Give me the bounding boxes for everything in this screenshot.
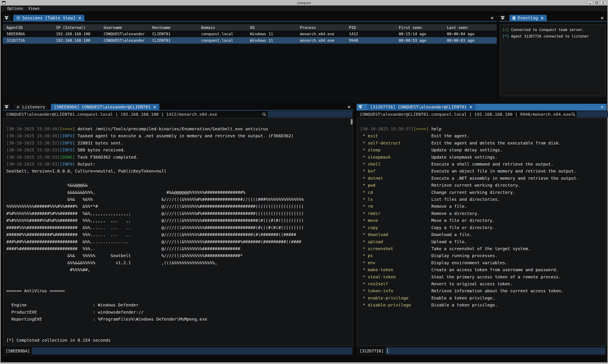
prompt-agent-id: [312D7726] <box>360 349 384 353</box>
command-input[interactable] <box>32 347 352 354</box>
terminal-line: &%& %%%%% Seatbelt %////(((&%%%%%%%%####… <box>6 252 350 259</box>
session-cell: CLIENT01 <box>149 31 197 37</box>
clipboard-icon <box>512 16 515 20</box>
close-panel-icon[interactable]: × <box>597 104 607 110</box>
close-tab-icon[interactable]: × <box>153 105 156 109</box>
signal-icon <box>16 105 20 109</box>
session-cell: conquest.local <box>197 37 246 44</box>
terminal-line: * pwdRetrieve current working directory. <box>360 182 603 189</box>
terminal-line: * copyCopy a file or directory. <box>360 224 603 231</box>
menu-item-options[interactable]: Options <box>5 6 26 11</box>
terminal-line: #%#%%%%%%#####%%#%#%%####### %%%,,,,,, ,… <box>6 217 350 224</box>
session-cell: CLIENT01 <box>149 37 197 44</box>
close-tab-icon[interactable]: × <box>78 16 81 20</box>
column-header[interactable]: PID <box>345 24 395 31</box>
maximize-button[interactable] <box>594 1 600 4</box>
terminal-line: ProductEXE : windowsdefender:// <box>6 309 350 316</box>
close-panel-icon[interactable]: × <box>597 15 607 21</box>
session-cell: 192.168.168.100 <box>52 37 100 44</box>
sessions-panel: Sessions [Table View] × × AgentIDIP (Int… <box>3 15 497 103</box>
terminal-line <box>6 323 350 330</box>
command-prompt-row: [58EE89DA] <box>3 346 354 356</box>
list-icon <box>16 16 20 20</box>
collapse-panel-button[interactable] <box>3 15 10 21</box>
eventlog-line: [+] Connected to Conquest team server. <box>502 26 603 33</box>
eventlog-tabstrip: Eventlog × × <box>499 15 607 22</box>
eventlog-line: [*] Agent 312D7726 connected to listener <box>502 33 603 40</box>
session-cell: monarch.x64.exe <box>296 31 345 37</box>
command-input[interactable] <box>386 347 606 354</box>
tab-label: [312D7726] CONQUEST\alexander@CLIENT01 <box>370 104 467 109</box>
terminal-line: %%%%%%%%%%%######%%%#%%####% &%%**# @///… <box>6 203 350 210</box>
menu-item-views[interactable]: Views <box>26 6 42 11</box>
terminal-line: * lsList files and directories. <box>360 196 603 203</box>
close-tab-icon[interactable]: × <box>540 16 544 20</box>
column-header[interactable]: OS <box>246 24 296 31</box>
collapse-panel-button[interactable] <box>499 15 506 21</box>
session-cell: monarch.x64.exe <box>296 37 345 44</box>
terminal-line <box>6 281 350 287</box>
tab-agent-312D7726[interactable]: [312D7726] CONQUEST\alexander@CLIENT01 × <box>367 104 475 110</box>
column-header[interactable]: Username <box>100 24 149 31</box>
terminal-line: [30-10-2025 15:30:53][INFO] 589 bytes re… <box>6 147 350 154</box>
terminal-line: [30-10-2025 15:30:57][>>>>] help <box>360 126 603 132</box>
session-row-58EE89DA[interactable]: 58EE89DA192.168.168.100CONQUEST\alexande… <box>3 31 497 37</box>
tab-label: Eventlog <box>518 15 538 20</box>
sessions-tabstrip: Sessions [Table View] × × <box>3 15 497 22</box>
agent-status-bar: CONQUEST\alexander@CLIENT01.conquest.loc… <box>357 111 607 118</box>
search-input[interactable] <box>577 111 608 117</box>
terminal-line <box>6 330 350 337</box>
collapse-panel-button[interactable] <box>357 104 364 110</box>
agent-terminal-panel-312D7726: [312D7726] CONQUEST\alexander@CLIENT01 ×… <box>357 104 607 356</box>
terminal-output[interactable]: [30-10-2025 15:30:49][>>>>] dotnet /mnt/… <box>3 118 353 346</box>
tab-sessions-table-view[interactable]: Sessions [Table View] × <box>13 15 84 21</box>
close-panel-icon[interactable]: × <box>487 15 497 21</box>
agent-context-info: CONQUEST\alexander@CLIENT01.conquest.loc… <box>357 112 571 117</box>
close-button[interactable]: × <box>600 1 606 4</box>
tab-agent-58EE89DA[interactable]: [58EE89DA] CONQUEST\alexander@CLIENT01 × <box>51 104 159 110</box>
app-window-icon <box>2 1 5 4</box>
terminal-tabstrip: Listeners [58EE89DA] CONQUEST\alexander@… <box>3 104 354 111</box>
column-header[interactable]: Domain <box>197 24 246 31</box>
terminal-line: [30-10-2025 15:30:53][INFO] Output: <box>6 161 350 168</box>
prompt-agent-id: [58EE89DA] <box>6 349 30 353</box>
scrollbar-thumb[interactable] <box>351 119 352 125</box>
session-cell: 312D7726 <box>3 37 52 44</box>
terminal-tabstrip: [312D7726] CONQUEST\alexander@CLIENT01 ×… <box>357 104 607 111</box>
close-panel-icon[interactable]: × <box>344 104 354 110</box>
tab-eventlog[interactable]: Eventlog × <box>509 15 547 21</box>
session-cell: 00:00:03 ago <box>443 37 497 44</box>
column-header[interactable]: IP (Internal) <box>52 24 100 31</box>
terminal-line: [30-10-2025 15:30:52][INFO] 228831 bytes… <box>6 140 350 147</box>
terminal-line: * disable-privilegeDisable a token privi… <box>360 302 603 309</box>
column-header[interactable]: Last seen <box>443 24 497 31</box>
column-header[interactable]: AgentID <box>3 24 52 31</box>
terminal-line: [30-10-2025 15:30:53][DONE] Task F366D36… <box>6 154 350 161</box>
minimize-button[interactable] <box>587 1 593 4</box>
tab-listeners[interactable]: Listeners <box>13 104 48 110</box>
terminal-line: * shellExecute a shell command and retri… <box>360 161 603 168</box>
terminal-line: [30-10-2025 15:30:49][>>>>] dotnet /mnt/… <box>6 126 350 132</box>
terminal-line <box>6 295 350 302</box>
terminal-line: Engine : Windows Defender <box>6 302 350 309</box>
agent-context-info: CONQUEST\alexander@CLIENT01.conquest.loc… <box>3 112 217 117</box>
collapse-panel-button[interactable] <box>3 104 10 110</box>
column-header[interactable]: Process <box>296 24 345 31</box>
terminal-line: * envDisplay environment variables. <box>360 260 603 266</box>
session-cell: Windows 11 <box>246 31 296 37</box>
session-row-312D7726[interactable]: 312D7726192.168.168.100CONQUEST\alexande… <box>3 37 497 44</box>
search-input[interactable] <box>268 111 352 117</box>
terminal-line: * make-tokenCreate an access token from … <box>360 266 603 273</box>
terminal-line: * dotnetExecute a .NET assembly in memor… <box>360 175 603 182</box>
terminal-line: &%& %&%% &////(((&%%%%%#%###############… <box>6 196 350 203</box>
tab-label: [58EE89DA] CONQUEST\alexander@CLIENT01 <box>54 104 150 109</box>
column-header[interactable]: First seen <box>395 24 443 31</box>
terminal-line: * steal-tokenSteal the primary access to… <box>360 273 603 281</box>
column-header[interactable]: Hostname <box>149 24 197 31</box>
terminal-line: * cdChange current working directory. <box>360 189 603 196</box>
terminal-output[interactable]: [30-10-2025 15:30:57][>>>>] help * exitE… <box>357 118 606 346</box>
close-tab-icon[interactable]: × <box>469 105 473 109</box>
terminal-line: %&&@@@&& <box>6 182 350 189</box>
terminal-line: * rev2selfRevert to original access toke… <box>360 281 603 287</box>
terminal-line: Seatbelt, Version=1.0.0.0, Culture=neutr… <box>6 168 350 175</box>
